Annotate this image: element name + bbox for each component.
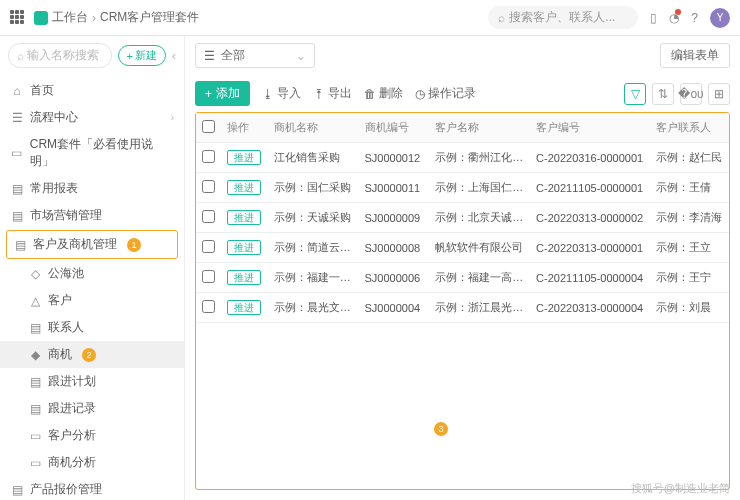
bell-icon[interactable]: ◔ xyxy=(669,11,679,25)
nav-label: 市场营销管理 xyxy=(30,207,102,224)
sidebar-item-13[interactable]: ▭商机分析 xyxy=(0,449,184,476)
notification-dot xyxy=(675,9,681,15)
nav-label: 客户 xyxy=(48,292,72,309)
cell-customer-code: C-20211105-0000004 xyxy=(530,263,650,293)
nav-label: 首页 xyxy=(30,82,54,99)
row-checkbox[interactable] xyxy=(202,210,215,223)
plus-icon: + xyxy=(205,87,212,101)
cell-contact: 示例：赵仁民 xyxy=(650,143,729,173)
col-header[interactable]: 客户名称 xyxy=(429,113,530,143)
search-icon: ⌕ xyxy=(498,11,505,25)
filter-button[interactable]: ▽ xyxy=(624,83,646,105)
row-checkbox[interactable] xyxy=(202,150,215,163)
cell-name: 江化销售采购 xyxy=(268,143,359,173)
nav-label: 客户分析 xyxy=(48,427,96,444)
cell-code: SJ0000012 xyxy=(359,143,430,173)
toolbar: +添加 ⭳导入 ⭱导出 🗑删除 ◷操作记录 ▽ ⇅ �ου ⊞ xyxy=(185,75,740,112)
sort-button[interactable]: ⇅ xyxy=(652,83,674,105)
cell-contact: 示例：王倩 xyxy=(650,173,729,203)
add-button[interactable]: +添加 xyxy=(195,81,250,106)
search-icon: ⌕ xyxy=(17,49,24,63)
sidebar-item-1[interactable]: ☰流程中心› xyxy=(0,104,184,131)
select-all[interactable] xyxy=(196,113,221,143)
nav-label: 公海池 xyxy=(48,265,84,282)
oplog-button[interactable]: ◷操作记录 xyxy=(415,85,476,102)
cell-contact: 示例：王宁 xyxy=(650,263,729,293)
sidebar-item-8[interactable]: ▤联系人 xyxy=(0,314,184,341)
global-search[interactable]: ⌕ 搜索客户、联系人... xyxy=(488,6,638,29)
push-button[interactable]: 推进 xyxy=(227,300,261,315)
export-button[interactable]: ⭱导出 xyxy=(313,85,352,102)
cell-contact: 示例：刘晨 xyxy=(650,293,729,323)
row-checkbox[interactable] xyxy=(202,180,215,193)
table-row[interactable]: 推进示例：简道云采购SJ0000008帆软软件有限公司C-20220313-00… xyxy=(196,233,729,263)
table-row[interactable]: 推进江化销售采购SJ0000012示例：衢州江化集团C-20220316-000… xyxy=(196,143,729,173)
sidebar-item-2[interactable]: ▭CRM套件「必看使用说明」 xyxy=(0,131,184,175)
col-header[interactable]: 商机编号 xyxy=(359,113,430,143)
table-row[interactable]: 推进示例：天诚采购SJ0000009示例：北京天诚软件...C-20220313… xyxy=(196,203,729,233)
avatar[interactable]: Y xyxy=(710,8,730,28)
help-icon[interactable]: ? xyxy=(691,11,698,25)
sidebar: ⌕ 输入名称搜索 +新建 ‹ ⌂首页☰流程中心›▭CRM套件「必看使用说明」▤常… xyxy=(0,36,185,500)
settings-button[interactable]: ⊞ xyxy=(708,83,730,105)
share-button[interactable]: �ου xyxy=(680,83,702,105)
cell-customer: 示例：浙江晨光文具... xyxy=(429,293,530,323)
cell-name: 示例：晨光文具设备... xyxy=(268,293,359,323)
nav-icon: ▭ xyxy=(28,456,42,470)
breadcrumb: 工作台 › CRM客户管理套件 xyxy=(52,9,199,26)
table-row[interactable]: 推进示例：福建一高3月订单SJ0000006示例：福建一高集团C-2021110… xyxy=(196,263,729,293)
cell-customer: 帆软软件有限公司 xyxy=(429,233,530,263)
notebook-icon[interactable]: ▯ xyxy=(650,11,657,25)
delete-button[interactable]: 🗑删除 xyxy=(364,85,403,102)
cell-code: SJ0000008 xyxy=(359,233,430,263)
view-selector[interactable]: ☰ 全部 ⌄ xyxy=(195,43,315,68)
annotation-badge: 2 xyxy=(82,348,96,362)
sidebar-item-7[interactable]: △客户 xyxy=(0,287,184,314)
col-header[interactable]: 操作 xyxy=(221,113,267,143)
row-checkbox[interactable] xyxy=(202,240,215,253)
edit-form-button[interactable]: 编辑表单 xyxy=(660,43,730,68)
list-icon: ☰ xyxy=(204,49,215,63)
row-checkbox[interactable] xyxy=(202,300,215,313)
sidebar-item-0[interactable]: ⌂首页 xyxy=(0,77,184,104)
breadcrumb-suite[interactable]: CRM客户管理套件 xyxy=(100,9,199,26)
table-row[interactable]: 推进示例：国仁采购SJ0000011示例：上海国仁有限...C-20211105… xyxy=(196,173,729,203)
table-row[interactable]: 推进示例：晨光文具设备...SJ0000004示例：浙江晨光文具...C-202… xyxy=(196,293,729,323)
sidebar-item-5[interactable]: ▤客户及商机管理1 xyxy=(6,230,178,259)
push-button[interactable]: 推进 xyxy=(227,180,261,195)
sidebar-item-10[interactable]: ▤跟进计划 xyxy=(0,368,184,395)
col-header[interactable]: 客户联系人 xyxy=(650,113,729,143)
nav-icon: ◆ xyxy=(28,348,42,362)
breadcrumb-workspace[interactable]: 工作台 xyxy=(52,9,88,26)
nav-label: 跟进计划 xyxy=(48,373,96,390)
col-header[interactable]: 商机名称 xyxy=(268,113,359,143)
nav-icon: ▤ xyxy=(28,321,42,335)
cell-code: SJ0000011 xyxy=(359,173,430,203)
sidebar-item-9[interactable]: ◆商机2 xyxy=(0,341,184,368)
sidebar-item-12[interactable]: ▭客户分析 xyxy=(0,422,184,449)
push-button[interactable]: 推进 xyxy=(227,240,261,255)
sidebar-search[interactable]: ⌕ 输入名称搜索 xyxy=(8,43,112,68)
new-button[interactable]: +新建 xyxy=(118,45,166,66)
row-checkbox[interactable] xyxy=(202,270,215,283)
nav-icon: ▤ xyxy=(28,402,42,416)
col-header[interactable]: 客户编号 xyxy=(530,113,650,143)
import-button[interactable]: ⭳导入 xyxy=(262,85,301,102)
sidebar-item-3[interactable]: ▤常用报表 xyxy=(0,175,184,202)
push-button[interactable]: 推进 xyxy=(227,270,261,285)
cell-contact: 示例：李清海 xyxy=(650,203,729,233)
annotation-badge: 1 xyxy=(127,238,141,252)
sidebar-item-4[interactable]: ▤市场营销管理 xyxy=(0,202,184,229)
cell-customer: 示例：福建一高集团 xyxy=(429,263,530,293)
cell-customer: 示例：上海国仁有限... xyxy=(429,173,530,203)
sidebar-item-14[interactable]: ▤产品报价管理 xyxy=(0,476,184,500)
push-button[interactable]: 推进 xyxy=(227,150,261,165)
sidebar-item-11[interactable]: ▤跟进记录 xyxy=(0,395,184,422)
nav-icon: ▭ xyxy=(10,146,24,160)
upload-icon: ⭱ xyxy=(313,87,325,101)
push-button[interactable]: 推进 xyxy=(227,210,261,225)
apps-grid-icon[interactable] xyxy=(10,10,26,26)
chevron-right-icon: › xyxy=(92,11,96,25)
collapse-icon[interactable]: ‹ xyxy=(172,49,176,63)
sidebar-item-6[interactable]: ◇公海池 xyxy=(0,260,184,287)
